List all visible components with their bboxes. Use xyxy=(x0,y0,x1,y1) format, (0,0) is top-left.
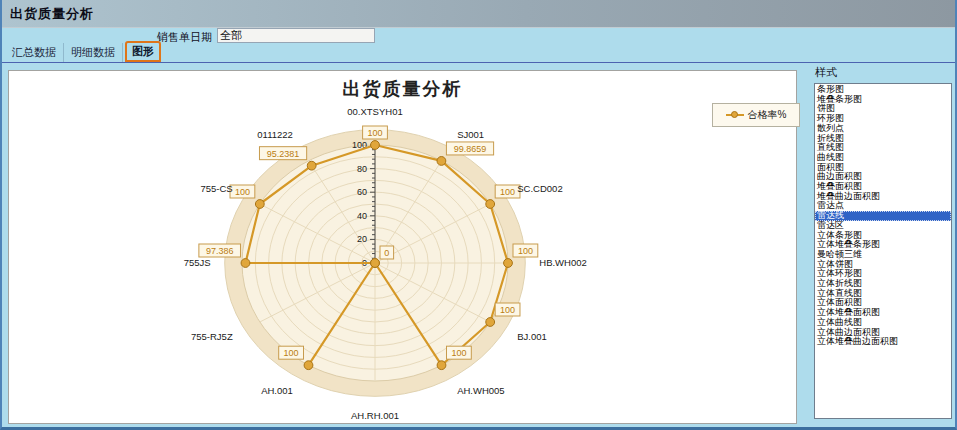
svg-text:0111222: 0111222 xyxy=(257,129,293,140)
svg-text:40: 40 xyxy=(357,211,367,221)
title-bar: 出货质量分析 xyxy=(2,0,955,28)
legend-label: 合格率% xyxy=(748,108,787,122)
chart-legend: 合格率% xyxy=(712,103,800,127)
svg-text:100: 100 xyxy=(367,128,382,138)
style-list-item[interactable]: 堆叠条形图 xyxy=(815,95,951,105)
svg-text:20: 20 xyxy=(357,234,367,244)
svg-text:100: 100 xyxy=(235,187,250,197)
svg-text:0: 0 xyxy=(384,248,389,258)
svg-text:95.2381: 95.2381 xyxy=(267,149,300,159)
svg-text:100: 100 xyxy=(518,246,533,256)
style-list-item[interactable]: 立体堆叠曲边面积图 xyxy=(815,337,951,347)
svg-text:AH.RH.001: AH.RH.001 xyxy=(351,410,399,421)
svg-text:100: 100 xyxy=(284,348,299,358)
date-filter-input[interactable] xyxy=(217,28,375,43)
svg-text:00.XTSYH01: 00.XTSYH01 xyxy=(347,106,402,117)
svg-text:755-RJ5Z: 755-RJ5Z xyxy=(191,331,233,342)
style-panel: 样式 条形图堆叠条形图饼图环形图散列点折线图直线图曲线图面积图曲边面积图堆叠面积… xyxy=(802,64,955,426)
tab-detail-data[interactable]: 明细数据 xyxy=(64,43,123,62)
tab-summary-data[interactable]: 汇总数据 xyxy=(5,43,64,62)
svg-text:755JS: 755JS xyxy=(184,257,211,268)
svg-text:AH.001: AH.001 xyxy=(261,385,293,396)
chart-panel: 出货质量分析 02040608010010099.865910010010010… xyxy=(8,70,797,424)
svg-text:SC.CD002: SC.CD002 xyxy=(517,183,562,194)
tab-bar: 汇总数据 明细数据 图形 xyxy=(2,44,955,62)
svg-text:100: 100 xyxy=(500,187,515,197)
svg-text:AH.WH005: AH.WH005 xyxy=(457,385,505,396)
svg-text:HB.WH002: HB.WH002 xyxy=(539,257,587,268)
legend-line-marker-icon xyxy=(726,111,744,119)
svg-text:100: 100 xyxy=(451,348,466,358)
svg-text:80: 80 xyxy=(357,164,367,174)
chart-title: 出货质量分析 xyxy=(9,77,796,101)
tab-graph[interactable]: 图形 xyxy=(125,41,161,62)
tab-underline xyxy=(2,62,955,63)
svg-text:755-CS: 755-CS xyxy=(201,183,233,194)
style-listbox[interactable]: 条形图堆叠条形图饼图环形图散列点折线图直线图曲线图面积图曲边面积图堆叠面积图堆叠… xyxy=(814,83,952,419)
app-window: 出货质量分析 销售单日期 汇总数据 明细数据 图形 出货质量分析 0204060… xyxy=(0,0,957,430)
svg-text:SJ001: SJ001 xyxy=(457,129,484,140)
page-title: 出货质量分析 xyxy=(2,5,94,23)
style-panel-title: 样式 xyxy=(802,64,955,80)
radar-plot: 02040608010010099.8659100100100100010097… xyxy=(9,71,796,423)
svg-text:100: 100 xyxy=(500,305,515,315)
svg-text:97.386: 97.386 xyxy=(206,246,234,256)
svg-text:99.8659: 99.8659 xyxy=(454,144,487,154)
svg-text:BJ.001: BJ.001 xyxy=(517,331,547,342)
svg-text:60: 60 xyxy=(357,187,367,197)
